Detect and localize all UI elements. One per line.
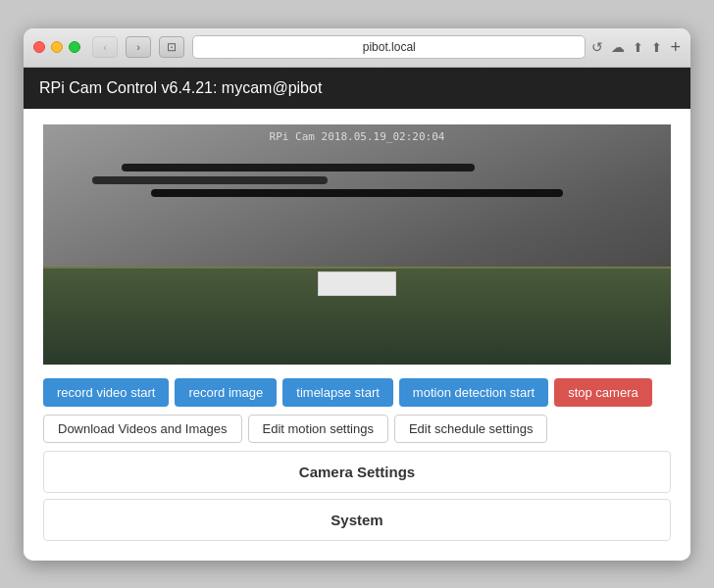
edit-motion-settings-button[interactable]: Edit motion settings [248,415,388,443]
camera-feed: RPi Cam 2018.05.19_02:20:04 [43,124,671,365]
camera-circuit-board [43,267,671,365]
edit-schedule-settings-button[interactable]: Edit schedule settings [394,415,547,443]
primary-buttons-row: record video start record image timelaps… [43,378,671,407]
camera-settings-header[interactable]: Camera Settings [44,452,670,492]
camera-white-component [318,271,396,296]
camera-cables [63,164,651,222]
system-label: System [331,512,382,528]
content-area: RPi Cam 2018.05.19_02:20:04 record video… [24,109,690,561]
minimize-button[interactable] [51,41,63,53]
new-tab-button[interactable]: + [670,37,681,58]
cloud-icon[interactable]: ☁ [611,39,625,55]
tab-icon: ⊡ [167,40,177,54]
camera-feed-inner: RPi Cam 2018.05.19_02:20:04 [43,124,671,365]
stop-camera-button[interactable]: stop camera [554,378,652,407]
browser-icons: ☁ ⬆ ⬆ [611,39,662,55]
address-bar[interactable] [192,35,586,59]
camera-timestamp: RPi Cam 2018.05.19_02:20:04 [270,130,445,143]
timelapse-start-button[interactable]: timelapse start [282,378,393,407]
camera-settings-section[interactable]: Camera Settings [43,451,671,493]
download-videos-images-button[interactable]: Download Videos and Images [43,415,242,443]
record-image-button[interactable]: record image [175,378,277,407]
camera-settings-label: Camera Settings [299,464,415,480]
record-video-start-button[interactable]: record video start [43,378,169,407]
close-button[interactable] [33,41,45,53]
system-header[interactable]: System [44,500,670,540]
page-header: RPi Cam Control v6.4.21: mycam@pibot [24,68,690,109]
browser-window: ‹ › ⊡ ↺ ☁ ⬆ ⬆ + RPi Cam Control v6.4.21:… [24,28,690,561]
motion-detection-start-button[interactable]: motion detection start [399,378,548,407]
forward-icon: › [136,41,140,53]
back-button[interactable]: ‹ [92,36,118,58]
secondary-buttons-row: Download Videos and Images Edit motion s… [43,415,671,443]
address-bar-container: ↺ [192,35,603,59]
reload-button[interactable]: ↺ [591,39,603,55]
title-bar: ‹ › ⊡ ↺ ☁ ⬆ ⬆ + [24,28,690,68]
share-icon[interactable]: ⬆ [633,40,643,55]
system-section[interactable]: System [43,499,671,541]
maximize-button[interactable] [69,41,80,53]
tab-button[interactable]: ⊡ [159,36,184,58]
forward-button[interactable]: › [126,36,151,58]
traffic-lights [33,41,80,53]
bookmark-icon[interactable]: ⬆ [651,40,662,55]
page-title: RPi Cam Control v6.4.21: mycam@pibot [39,79,322,96]
back-icon: ‹ [103,41,107,53]
